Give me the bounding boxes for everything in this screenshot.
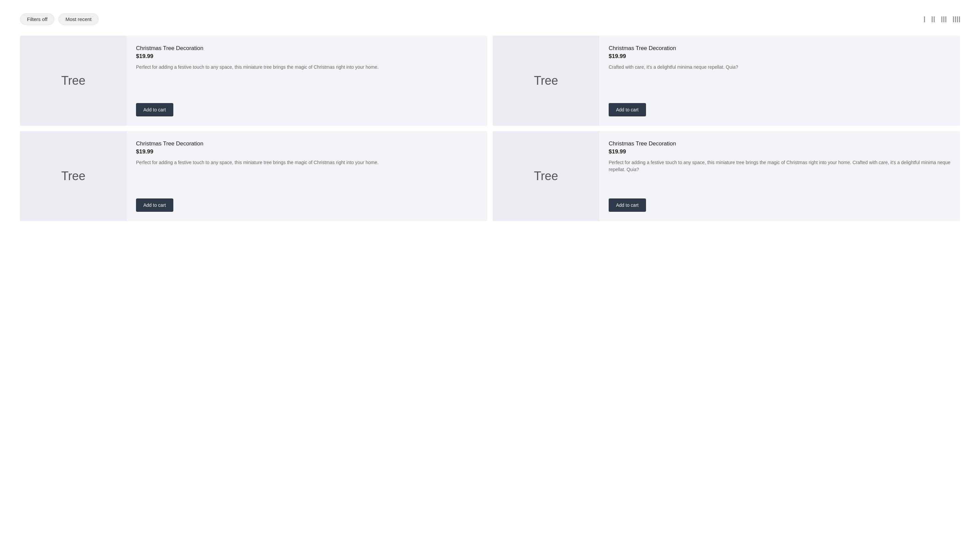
view-3col-icon[interactable] [941, 17, 946, 22]
product-image-label: Tree [534, 74, 558, 88]
product-title: Christmas Tree Decoration [136, 141, 478, 147]
product-details: Christmas Tree Decoration $19.99 Perfect… [136, 45, 478, 96]
product-details: Christmas Tree Decoration $19.99 Perfect… [609, 141, 951, 192]
add-to-cart-button[interactable]: Add to cart [136, 198, 173, 212]
product-title: Christmas Tree Decoration [136, 45, 478, 52]
product-details: Christmas Tree Decoration $19.99 Crafted… [609, 45, 951, 96]
product-title: Christmas Tree Decoration [609, 45, 951, 52]
product-description: Perfect for adding a festive touch to an… [136, 159, 478, 166]
view-2col-icon[interactable] [932, 17, 935, 22]
product-description: Crafted with care, it's a delightful min… [609, 64, 951, 71]
product-card: Tree Christmas Tree Decoration $19.99 Cr… [493, 36, 960, 126]
product-description: Perfect for adding a festive touch to an… [609, 159, 951, 173]
filters-button[interactable]: Filters off [20, 13, 54, 25]
product-image: Tree [493, 36, 599, 126]
view-1col-icon[interactable] [924, 17, 925, 22]
product-image-label: Tree [534, 169, 558, 183]
product-info: Christmas Tree Decoration $19.99 Perfect… [127, 36, 487, 126]
product-details: Christmas Tree Decoration $19.99 Perfect… [136, 141, 478, 192]
product-grid: Tree Christmas Tree Decoration $19.99 Pe… [20, 36, 960, 221]
product-description: Perfect for adding a festive touch to an… [136, 64, 478, 71]
view-options [924, 17, 960, 22]
product-image: Tree [20, 36, 127, 126]
product-price: $19.99 [136, 149, 478, 155]
product-title: Christmas Tree Decoration [609, 141, 951, 147]
product-info: Christmas Tree Decoration $19.99 Perfect… [599, 131, 960, 221]
product-image-label: Tree [61, 74, 86, 88]
product-price: $19.99 [136, 53, 478, 60]
toolbar-left: Filters off Most recent [20, 13, 99, 25]
product-price: $19.99 [609, 149, 951, 155]
view-4col-icon[interactable] [953, 17, 960, 22]
product-info: Christmas Tree Decoration $19.99 Crafted… [599, 36, 960, 126]
toolbar: Filters off Most recent [20, 13, 960, 25]
product-image-label: Tree [61, 169, 86, 183]
product-card: Tree Christmas Tree Decoration $19.99 Pe… [20, 36, 487, 126]
product-price: $19.99 [609, 53, 951, 60]
product-card: Tree Christmas Tree Decoration $19.99 Pe… [493, 131, 960, 221]
add-to-cart-button[interactable]: Add to cart [136, 103, 173, 116]
product-image: Tree [20, 131, 127, 221]
product-info: Christmas Tree Decoration $19.99 Perfect… [127, 131, 487, 221]
add-to-cart-button[interactable]: Add to cart [609, 198, 646, 212]
product-card: Tree Christmas Tree Decoration $19.99 Pe… [20, 131, 487, 221]
product-image: Tree [493, 131, 599, 221]
add-to-cart-button[interactable]: Add to cart [609, 103, 646, 116]
sort-button[interactable]: Most recent [58, 13, 98, 25]
